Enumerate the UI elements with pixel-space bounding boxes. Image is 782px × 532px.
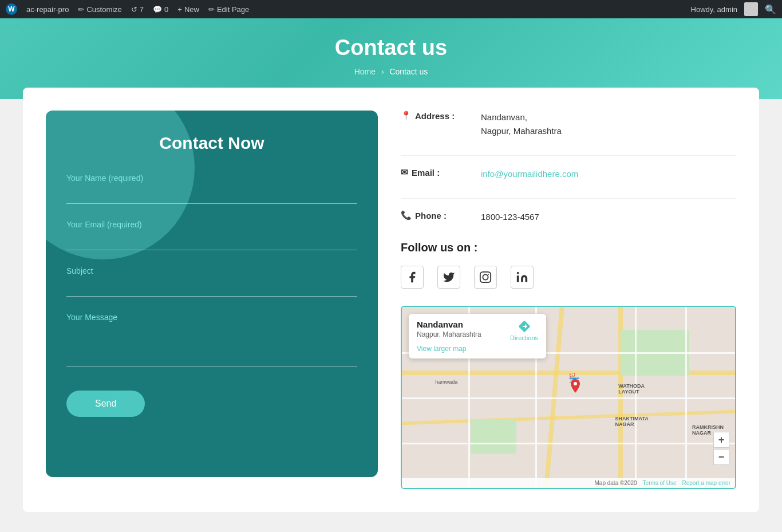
email-label-group: ✉ Email :: [401, 167, 469, 178]
address-value: Nandanvan, Nagpur, Maharashtra: [481, 111, 562, 138]
directions-button[interactable]: Directions: [510, 320, 538, 341]
edit-page-link[interactable]: ✏ Edit Page: [208, 5, 249, 14]
phone-value: 1800-123-4567: [481, 210, 539, 224]
phone-row: 📞 Phone : 1800-123-4567: [401, 210, 736, 224]
address-line2: Nagpur, Maharashtra: [481, 126, 562, 136]
phone-label-group: 📞 Phone :: [401, 210, 469, 220]
search-icon[interactable]: 🔍: [765, 4, 776, 15]
instagram-icon[interactable]: [474, 266, 497, 289]
breadcrumb-home[interactable]: Home: [354, 67, 376, 76]
admin-bar-right: Howdy, admin 🔍: [691, 2, 776, 16]
form-title: Contact Now: [66, 133, 357, 153]
subject-group: Subject: [66, 266, 357, 297]
content-wrapper: Contact Now Your Name (required) Your Em…: [23, 88, 759, 512]
email-value: info@yourmailidhere.com: [481, 167, 578, 181]
map-popup: Nandanvan Nagpur, Maharashtra Directions…: [409, 314, 546, 358]
svg-point-3: [517, 272, 519, 274]
address-divider: [401, 155, 736, 156]
phone-icon: 📞: [401, 210, 412, 220]
name-input[interactable]: [66, 187, 357, 204]
site-name-label: ac-repair-pro: [26, 5, 69, 14]
message-group: Your Message: [66, 313, 357, 369]
contact-form-section: Contact Now Your Name (required) Your Em…: [46, 111, 378, 489]
email-label: Your Email (required): [66, 220, 357, 229]
map-data-label: Map data ©2020: [595, 480, 637, 486]
wp-logo[interactable]: W: [6, 3, 17, 15]
twitter-icon[interactable]: [437, 266, 460, 289]
report-error-link[interactable]: Report a map error: [682, 480, 730, 486]
email-row: ✉ Email : info@yourmailidhere.com: [401, 167, 736, 181]
name-group: Your Name (required): [66, 174, 357, 204]
zoom-out-button[interactable]: −: [713, 449, 729, 465]
edit-icon: ✏: [208, 5, 215, 14]
send-button[interactable]: Send: [66, 391, 145, 417]
admin-bar: W ac-repair-pro ✏ Customize ↺ 7 💬 0 + Ne…: [0, 0, 782, 18]
follow-section: Follow us on :: [401, 241, 736, 289]
email-link[interactable]: info@yourmailidhere.com: [481, 169, 578, 179]
location-icon: 📍: [401, 111, 412, 121]
breadcrumb-separator: ›: [381, 67, 384, 76]
svg-point-4: [574, 382, 577, 385]
address-label: Address :: [415, 111, 455, 121]
new-link[interactable]: + New: [177, 5, 199, 14]
linkedin-icon[interactable]: [511, 266, 534, 289]
edit-page-label: Edit Page: [217, 5, 249, 14]
revisions-icon: ↺: [131, 5, 137, 14]
hero-banner: Contact us Home › Contact us: [0, 18, 782, 99]
comments-icon: 💬: [153, 5, 162, 14]
email-icon: ✉: [401, 167, 408, 178]
map-footer: Map data ©2020 Terms of Use Report a map…: [402, 478, 735, 488]
phone-label: Phone :: [415, 211, 447, 220]
address-line1: Nandanvan,: [481, 112, 527, 122]
new-label: New: [184, 5, 199, 14]
message-label: Your Message: [66, 313, 357, 322]
message-input[interactable]: [66, 326, 357, 367]
address-row: 📍 Address : Nandanvan, Nagpur, Maharasht…: [401, 111, 736, 138]
comments-count: 0: [164, 5, 168, 14]
map-controls: + −: [713, 432, 729, 465]
email-group: Your Email (required): [66, 220, 357, 250]
pencil-icon: ✏: [78, 5, 84, 14]
map-popup-header: Nandanvan Nagpur, Maharashtra Directions: [417, 320, 538, 341]
svg-point-2: [488, 274, 489, 275]
revisions-link[interactable]: ↺ 7: [131, 5, 144, 14]
directions-label: Directions: [510, 334, 538, 341]
form-card: Contact Now Your Name (required) Your Em…: [46, 111, 378, 477]
map-pin: [568, 379, 582, 400]
svg-rect-0: [480, 272, 491, 282]
breadcrumb-current: Contact us: [389, 67, 428, 76]
comments-link[interactable]: 💬 0: [153, 5, 168, 14]
breadcrumb: Home › Contact us: [11, 67, 771, 76]
page-title: Contact us: [11, 36, 771, 60]
name-label: Your Name (required): [66, 174, 357, 183]
customize-link[interactable]: ✏ Customize: [78, 5, 121, 14]
site-name[interactable]: ac-repair-pro: [26, 5, 69, 14]
email-divider: [401, 198, 736, 199]
email-label: Email :: [412, 168, 440, 178]
howdy-label: Howdy, admin: [691, 5, 737, 14]
map-popup-info: Nandanvan Nagpur, Maharashtra: [417, 320, 481, 338]
facebook-icon[interactable]: [401, 266, 424, 289]
zoom-in-button[interactable]: +: [713, 432, 729, 448]
map-location-subtitle: Nagpur, Maharashtra: [417, 330, 481, 338]
follow-title: Follow us on :: [401, 241, 736, 254]
contact-info-section: 📍 Address : Nandanvan, Nagpur, Maharasht…: [401, 111, 736, 489]
admin-avatar[interactable]: [744, 2, 758, 16]
email-input[interactable]: [66, 234, 357, 250]
view-larger-map-link[interactable]: View larger map: [417, 345, 538, 353]
revisions-count: 7: [140, 5, 144, 14]
plus-icon: +: [177, 5, 182, 14]
social-icons: [401, 266, 736, 289]
map-container[interactable]: WATHODALAYOUT SHAKTIMATANAGAR hamwada RA…: [401, 306, 736, 489]
address-label-group: 📍 Address :: [401, 111, 469, 121]
wordpress-icon: W: [6, 3, 17, 15]
map-location-name: Nandanvan: [417, 320, 481, 329]
svg-point-1: [483, 274, 488, 279]
subject-input[interactable]: [66, 280, 357, 297]
subject-label: Subject: [66, 266, 357, 275]
terms-of-use-link[interactable]: Terms of Use: [643, 480, 677, 486]
customize-label: Customize: [86, 5, 121, 14]
